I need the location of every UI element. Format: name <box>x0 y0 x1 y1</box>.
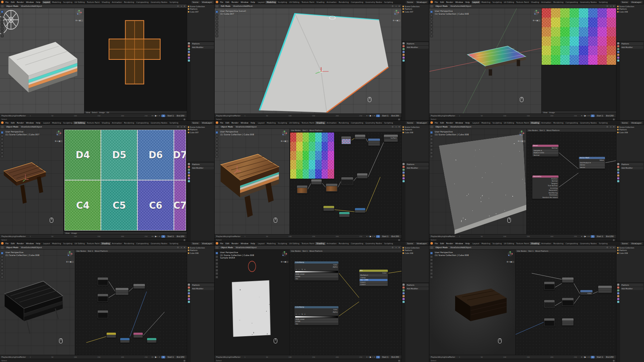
outliner-item[interactable]: Scene Collection <box>617 126 643 129</box>
outliner-item[interactable]: Cube.008 <box>617 252 643 255</box>
uv-menu-item[interactable]: View <box>86 111 90 114</box>
viewport-menu-item[interactable]: Object <box>35 126 42 128</box>
outliner-item[interactable]: Cube.007 <box>188 131 214 134</box>
tool-icon[interactable] <box>430 141 433 144</box>
outliner-item[interactable]: Platform <box>617 129 643 131</box>
transport-button[interactable]: « <box>366 356 367 358</box>
shader-node[interactable] <box>120 338 130 343</box>
tool-icon[interactable] <box>1 155 4 158</box>
menu-item[interactable]: Help <box>249 1 256 4</box>
tool-icon[interactable] <box>430 31 433 34</box>
node-header-strip[interactable] <box>544 282 555 284</box>
scene-selector[interactable]: Scene <box>620 121 629 124</box>
timeline-menu-item[interactable]: View <box>15 115 20 117</box>
transport-button[interactable]: › <box>587 115 587 117</box>
transport-button[interactable]: ‹ <box>153 356 154 358</box>
shader-node[interactable] <box>341 136 351 145</box>
workspace-tab[interactable]: Rendering <box>552 242 565 245</box>
transport-button[interactable]: « <box>366 235 367 237</box>
workspace-tab[interactable]: Sculpting <box>491 1 503 4</box>
shader-node[interactable] <box>562 298 574 306</box>
outliner-item[interactable]: Platform <box>188 129 214 131</box>
menu-item[interactable]: Help <box>35 1 42 4</box>
workspace-tab[interactable]: Scripting <box>598 1 609 4</box>
tool-icon[interactable] <box>1 34 4 37</box>
scene-selector[interactable]: Scene <box>620 1 629 4</box>
viewport-menu-item[interactable]: View <box>21 5 26 7</box>
node-row[interactable]: Normal <box>533 154 558 156</box>
properties-tab-icon[interactable] <box>617 45 619 47</box>
timeline-menu-item[interactable]: Marker <box>20 115 26 117</box>
properties-tab-icon[interactable] <box>188 163 190 165</box>
viewport-menu-item[interactable]: Select <box>26 246 32 248</box>
timeline-ruler[interactable]: 150100150200250 <box>456 115 580 117</box>
snapping-icons[interactable]: ⊙ ⌖ ▾ <box>392 246 400 249</box>
shader-node[interactable] <box>297 185 308 194</box>
tool-icon[interactable] <box>1 255 4 258</box>
workspace-tab[interactable]: Modeling <box>51 1 62 4</box>
tool-icon[interactable] <box>215 31 218 34</box>
workspace-tab[interactable]: Compositing <box>135 1 150 4</box>
shader-node[interactable] <box>544 281 555 290</box>
shader-node[interactable] <box>544 300 555 308</box>
outliner-item[interactable]: Cube.007 <box>188 10 214 13</box>
tool-icon[interactable] <box>215 24 218 27</box>
timeline-menu-item[interactable]: View <box>445 235 449 237</box>
timeline-menu-item[interactable]: Keying <box>224 115 230 117</box>
viewport-menu-item[interactable]: View <box>236 246 240 248</box>
properties-tab-icon[interactable] <box>188 59 190 62</box>
image-menu-item[interactable]: View <box>65 232 69 234</box>
shader-node[interactable] <box>147 338 157 343</box>
viewport-menu-item[interactable]: View <box>21 126 26 128</box>
viewport-menu-item[interactable]: Add <box>247 126 250 128</box>
menu-item[interactable]: Window <box>454 1 464 4</box>
menu-item[interactable]: Window <box>25 242 35 245</box>
workspace-tab[interactable]: Shading <box>530 242 540 245</box>
workspace-tab[interactable]: Sculpting <box>62 121 73 124</box>
transport-button[interactable]: « <box>581 115 582 117</box>
viewport-menu-item[interactable]: View <box>236 126 240 128</box>
scene-selector[interactable]: Scene <box>406 121 415 124</box>
workspace-tab[interactable]: Layout <box>42 1 51 4</box>
timeline-menu-item[interactable]: Playback <box>431 235 439 237</box>
timeline-menu-item[interactable]: View <box>15 356 20 358</box>
shader-node[interactable] <box>133 284 145 289</box>
shader-node[interactable] <box>562 277 574 283</box>
image-menu-item[interactable]: Image <box>71 232 77 234</box>
outliner-item[interactable]: Scene Collection <box>188 5 214 8</box>
menu-item[interactable]: Help <box>249 242 256 245</box>
nav-gizmo[interactable]: ⊕+▣◫ <box>75 10 83 23</box>
node-header-strip[interactable]: Mix <box>359 270 387 272</box>
menu-item[interactable]: Render <box>445 121 454 124</box>
workspace-tab[interactable]: Compositing <box>565 242 579 245</box>
properties-row[interactable]: Platform <box>406 284 429 286</box>
workspace-tab[interactable]: Texture Paint <box>301 242 316 245</box>
workspace-tab[interactable]: UV Editing <box>73 121 86 124</box>
tool-icon[interactable] <box>215 255 218 258</box>
nav-gizmo[interactable]: ⊕+▣◫ <box>280 130 288 143</box>
timeline-menu-item[interactable]: View <box>445 115 449 117</box>
uv-menu-item[interactable]: Select <box>92 111 97 114</box>
workspace-tab[interactable]: Compositing <box>350 242 364 245</box>
transport-button[interactable]: « <box>581 235 582 237</box>
node-row[interactable]: Color <box>295 309 338 311</box>
outliner-item[interactable]: Cube.008 <box>402 252 429 255</box>
node-row[interactable]: Multiply ▾ <box>360 274 387 276</box>
tool-icon[interactable] <box>1 135 4 137</box>
menu-item[interactable]: Edit <box>439 121 445 124</box>
transport-button[interactable]: ▶ <box>155 356 157 358</box>
properties-tab-icon[interactable] <box>402 48 405 50</box>
node-row[interactable] <box>116 290 128 293</box>
workspace-tab[interactable]: Geometry Nodes <box>150 121 168 124</box>
workspace-tab[interactable]: Layout <box>42 242 51 245</box>
menu-item[interactable]: Edit <box>10 121 16 124</box>
node-header-strip[interactable] <box>544 300 555 302</box>
blender-logo-icon[interactable] <box>1 1 4 3</box>
node-header-strip[interactable] <box>297 185 307 188</box>
node-row[interactable] <box>147 341 156 343</box>
workspace-tab[interactable]: Layout <box>472 1 480 4</box>
menu-item[interactable]: File <box>434 1 439 4</box>
properties-tab-icon[interactable] <box>402 284 405 286</box>
outliner-item[interactable]: Cube.007 <box>402 10 429 13</box>
workspace-tab[interactable]: Sculpting <box>62 242 73 245</box>
